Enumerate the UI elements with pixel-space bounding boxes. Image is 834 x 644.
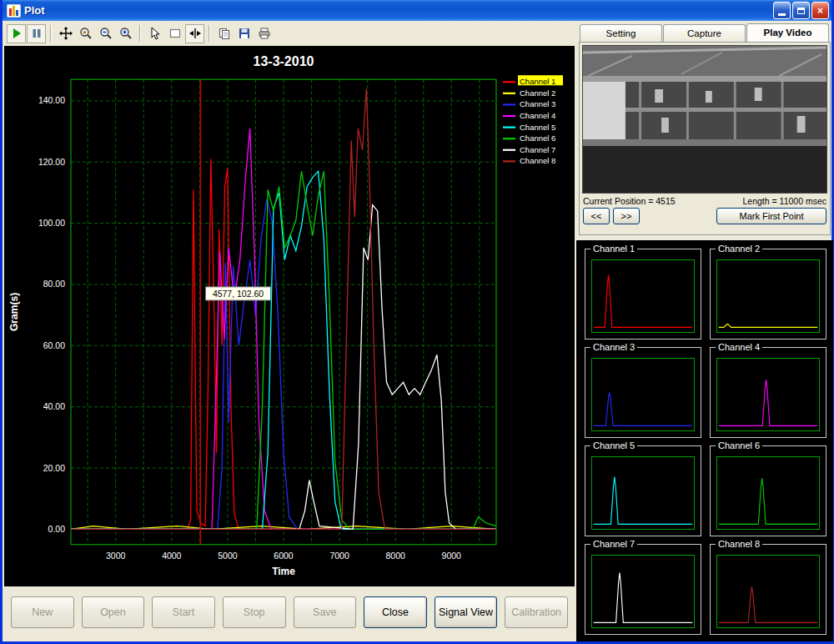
svg-text:8000: 8000 <box>386 551 405 561</box>
svg-text:Channel 4: Channel 4 <box>520 111 556 120</box>
svg-text:Channel 1: Channel 1 <box>520 77 555 86</box>
channel-mini-plot <box>716 555 820 628</box>
pan-icon <box>59 27 73 40</box>
channel-mini-plot <box>591 259 695 333</box>
rewind-button[interactable]: << <box>583 208 610 224</box>
channel-panel: Channel 4 <box>710 347 826 438</box>
close-button[interactable]: × <box>811 2 829 19</box>
zoom-select-icon <box>79 27 93 40</box>
stop-button[interactable]: Stop <box>223 596 286 628</box>
minimize-button[interactable] <box>773 2 791 19</box>
channel-panel: Channel 8 <box>710 544 826 635</box>
save-icon <box>238 27 251 40</box>
forward-button[interactable]: >> <box>613 208 640 224</box>
channel-mini-plot <box>716 358 820 431</box>
right-panel: Setting Capture Play Video <box>576 21 834 641</box>
tab-play-video[interactable]: Play Video <box>746 23 829 42</box>
main-chart[interactable]: 0.0020.0040.0060.0080.00100.00120.00140.… <box>4 46 575 586</box>
mark-first-point-button[interactable]: Mark First Point <box>716 208 826 224</box>
save-button[interactable]: Save <box>294 596 357 628</box>
cursor-button[interactable] <box>145 24 164 43</box>
svg-text:Channel 5: Channel 5 <box>520 123 555 132</box>
tab-capture[interactable]: Capture <box>663 24 746 42</box>
zoom-select-button[interactable] <box>76 24 95 43</box>
zoom-out-icon <box>99 27 113 40</box>
channel-panel-label: Channel 5 <box>590 440 637 451</box>
calibration-button[interactable]: Calibration <box>505 596 568 628</box>
play-video-panel: Current Position = 4515 Length = 11000 m… <box>579 42 831 235</box>
channel-panel: Channel 1 <box>585 249 701 340</box>
chart-toolbar <box>3 21 576 46</box>
video-controls: << >> Mark First Point <box>582 207 827 224</box>
svg-text:40.00: 40.00 <box>43 401 65 411</box>
channel-panel-label: Channel 7 <box>590 539 637 550</box>
channel-panel: Channel 6 <box>710 445 826 536</box>
select-box-icon <box>168 27 182 40</box>
data-cursor-button[interactable] <box>185 24 204 43</box>
channel-mini-plot <box>591 555 695 628</box>
save-button-toolbar[interactable] <box>234 24 254 43</box>
channel-panel: Channel 3 <box>585 347 701 438</box>
copy-icon <box>218 27 231 40</box>
zoom-in-icon <box>119 27 133 40</box>
svg-text:3000: 3000 <box>106 551 125 561</box>
svg-text:Gram(s): Gram(s) <box>8 293 20 331</box>
plot-window: Plot × <box>0 0 834 644</box>
svg-text:120.00: 120.00 <box>38 157 65 167</box>
length-label: Length = 11000 msec <box>742 196 826 206</box>
tab-setting[interactable]: Setting <box>580 24 662 42</box>
channel-mini-plot <box>591 358 695 431</box>
svg-text:20.00: 20.00 <box>43 463 65 473</box>
signal-view-button[interactable]: Signal View <box>435 596 498 628</box>
channel-mini-plot <box>591 456 695 530</box>
titlebar: Plot × <box>3 0 831 21</box>
play-icon <box>10 27 23 40</box>
pause-icon <box>30 27 43 40</box>
video-frame-image <box>583 46 826 193</box>
channel-panel-label: Channel 1 <box>590 244 637 254</box>
channel-mini-plot <box>716 259 820 333</box>
svg-text:6000: 6000 <box>274 551 293 561</box>
pan-button[interactable] <box>56 24 75 43</box>
svg-text:60.00: 60.00 <box>43 340 65 350</box>
new-button[interactable]: New <box>11 596 74 628</box>
toolbar-separator <box>139 25 141 42</box>
data-cursor-icon <box>188 27 202 40</box>
close-plot-button[interactable]: Close <box>364 596 427 628</box>
svg-text:4577, 102.60: 4577, 102.60 <box>213 289 264 299</box>
channel-panel: Channel 7 <box>585 544 701 635</box>
toolbar-separator <box>208 25 210 42</box>
toolbar-separator <box>50 25 52 42</box>
play-button[interactable] <box>7 24 26 43</box>
start-button[interactable]: Start <box>152 596 215 628</box>
channel-panel: Channel 5 <box>585 445 701 536</box>
select-box-button[interactable] <box>165 24 184 43</box>
svg-text:0.00: 0.00 <box>48 524 66 534</box>
svg-text:140.00: 140.00 <box>38 95 65 105</box>
bottom-button-bar: New Open Start Stop Save Close Signal Vi… <box>3 586 576 641</box>
svg-text:100.00: 100.00 <box>38 218 65 228</box>
restore-button[interactable] <box>792 2 810 19</box>
print-button[interactable] <box>254 24 274 43</box>
svg-text:9000: 9000 <box>442 551 461 561</box>
print-icon <box>258 27 271 40</box>
zoom-out-button[interactable] <box>96 24 115 43</box>
channel-mini-plot <box>716 456 820 530</box>
tab-strip: Setting Capture Play Video <box>576 21 833 42</box>
svg-text:Channel 3: Channel 3 <box>520 99 555 108</box>
current-position-label: Current Position = 4515 <box>583 196 676 206</box>
pause-button[interactable] <box>27 24 46 43</box>
left-column: 0.0020.0040.0060.0080.00100.00120.00140.… <box>3 21 576 641</box>
svg-text:80.00: 80.00 <box>43 279 65 289</box>
open-button[interactable]: Open <box>82 596 145 628</box>
channel-panel-label: Channel 4 <box>716 342 762 353</box>
video-info-row: Current Position = 4515 Length = 11000 m… <box>582 194 827 207</box>
zoom-in-button[interactable] <box>116 24 135 43</box>
svg-text:Channel 6: Channel 6 <box>520 133 555 143</box>
svg-text:5000: 5000 <box>218 551 237 561</box>
copy-button[interactable] <box>214 24 234 43</box>
svg-text:4000: 4000 <box>162 551 181 561</box>
svg-text:Channel 7: Channel 7 <box>520 145 555 154</box>
channel-panel-label: Channel 6 <box>716 440 762 451</box>
svg-text:Time: Time <box>272 566 295 577</box>
